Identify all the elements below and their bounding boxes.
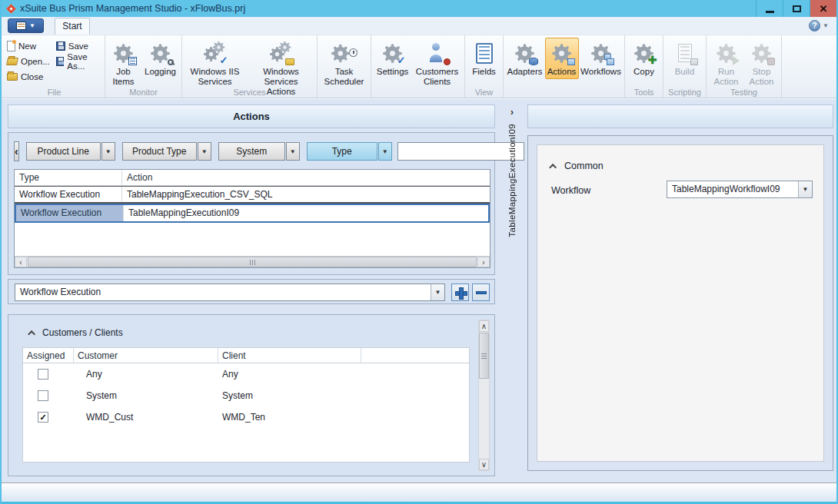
system-button[interactable]: System (218, 142, 285, 161)
fields-button[interactable]: Fields (467, 38, 501, 79)
magnifier-icon (168, 59, 174, 65)
scrollbar-thumb[interactable] (28, 257, 477, 267)
table-row[interactable]: Any Any (23, 363, 469, 385)
minus-icon (476, 291, 487, 294)
filter-back-button[interactable]: ‹ (14, 141, 19, 161)
gear-icon (331, 43, 351, 64)
group-label-services: Services (182, 88, 317, 97)
actions-button[interactable]: Actions (545, 38, 579, 79)
product-line-button[interactable]: Product Line (26, 142, 101, 161)
action-type-combobox[interactable]: Workflow Execution ▼ (15, 284, 445, 301)
windows-iis-services-button[interactable]: ✓ Windows IIS Services (184, 38, 247, 89)
section-title: Customers / Clients (42, 327, 123, 338)
chevron-down-icon: ▼ (105, 148, 111, 155)
table-row[interactable]: Workflow Execution TableMappingExecution… (15, 186, 490, 204)
system-dropdown-button[interactable]: ▼ (286, 142, 300, 161)
application-menu-button[interactable]: ▼ (8, 18, 44, 33)
stop-action-button[interactable]: Stop Action (744, 38, 780, 89)
add-action-button[interactable] (451, 284, 469, 301)
tab-start[interactable]: Start (55, 18, 90, 35)
save-as-button[interactable]: Save As... (55, 55, 103, 68)
job-items-button[interactable]: Job Items (107, 38, 141, 89)
collapsed-panel-strip: › TableMappingExecutionI09 (501, 102, 523, 477)
column-header-type[interactable]: Type (15, 170, 122, 185)
column-header-action[interactable]: Action (122, 170, 490, 185)
plus-icon (455, 287, 466, 298)
assigned-checkbox[interactable] (38, 369, 48, 380)
product-type-button[interactable]: Product Type (122, 142, 197, 161)
type-dropdown-button[interactable]: ▼ (378, 142, 392, 161)
side-tab-tablemappingexecutioni09[interactable]: TableMappingExecutionI09 (507, 124, 517, 237)
scroll-down-button[interactable]: ∨ (479, 459, 489, 470)
workflow-label: Workflow (551, 185, 590, 196)
scrollbar-thumb[interactable] (479, 333, 489, 379)
minimize-icon (766, 11, 774, 13)
cube-icon (607, 58, 614, 65)
column-header-client[interactable]: Client (218, 348, 361, 363)
chevron-down-icon: ▼ (435, 289, 441, 296)
help-button[interactable]: ? (809, 20, 820, 32)
assigned-checkbox[interactable] (38, 390, 48, 401)
type-combo-panel: Workflow Execution ▼ (8, 279, 495, 304)
open-button[interactable]: Open... (5, 55, 52, 68)
vertical-scrollbar[interactable]: ∧ ∨ (478, 320, 490, 471)
person-icon (432, 43, 440, 51)
minimize-button[interactable] (756, 0, 783, 17)
copy-button[interactable]: ✚ Copy (628, 38, 660, 79)
ribbon: New Open... Close Save Save As... File J… (2, 35, 836, 98)
run-action-button[interactable]: Run Action (709, 38, 744, 89)
properties-panel: Common Workflow TableMappingWorkflowI09 … (527, 135, 833, 471)
customers-clients-section-header[interactable]: Customers / Clients (30, 327, 123, 338)
chevron-down-icon[interactable]: ▼ (823, 22, 829, 29)
product-line-dropdown-button[interactable]: ▼ (101, 142, 115, 161)
status-bar (2, 482, 836, 504)
chevron-down-icon: ▼ (201, 148, 208, 155)
cube-icon (690, 58, 698, 65)
table-row[interactable]: System System (23, 385, 469, 406)
application-menu-icon (16, 22, 26, 30)
ribbon-group-view: Fields View (465, 35, 504, 98)
ribbon-group-monitor: Job Items Logging Monitor (105, 35, 182, 98)
product-type-dropdown-button[interactable]: ▼ (198, 142, 211, 161)
remove-action-button[interactable] (472, 284, 490, 301)
new-button[interactable]: New (5, 39, 52, 52)
chevron-right-icon[interactable]: › (510, 107, 514, 118)
logging-button[interactable]: Logging (141, 38, 181, 79)
settings-button[interactable]: ✓ Settings (374, 38, 412, 79)
person-icon (430, 55, 442, 62)
ribbon-group-services: ✓ Windows IIS Services Windows Services … (182, 35, 318, 98)
table-row-selected[interactable]: Workflow Execution TableMappingExecution… (15, 204, 490, 223)
column-header-assigned[interactable]: Assigned (23, 348, 74, 363)
workflow-combobox[interactable]: TableMappingWorkflowI09 ▼ (667, 181, 813, 198)
task-scheduler-button[interactable]: Task Scheduler (321, 38, 368, 89)
common-section-header[interactable]: Common (551, 161, 604, 171)
ribbon-group-scripting: Build Scripting (663, 35, 707, 98)
assigned-checkbox-checked[interactable]: ✓ (38, 412, 48, 423)
chevron-down-icon: ▼ (382, 148, 388, 155)
build-button[interactable]: Build (668, 38, 702, 79)
workflows-button[interactable]: Workflows (579, 38, 624, 79)
customers-clients-panel: Customers / Clients Assigned Customer Cl… (8, 314, 495, 476)
customers-clients-button[interactable]: Customers Clients (412, 38, 463, 89)
close-file-button[interactable]: Close (5, 70, 52, 83)
adapters-button[interactable]: Adapters (505, 38, 545, 79)
scroll-right-button[interactable]: › (477, 257, 490, 267)
type-button[interactable]: Type (307, 142, 377, 161)
filter-system: System ▼ (218, 142, 300, 161)
save-button[interactable]: Save (55, 39, 103, 52)
close-button[interactable]: ✕ (810, 0, 836, 17)
horizontal-scrollbar[interactable]: ‹ › (15, 256, 490, 267)
section-title: Common (564, 161, 604, 171)
table-row[interactable]: ✓ WMD_Cust WMD_Ten (23, 406, 469, 428)
column-header-customer[interactable]: Customer (74, 348, 218, 363)
scroll-left-button[interactable]: ‹ (15, 257, 27, 267)
combo-dropdown-button[interactable]: ▼ (798, 181, 812, 197)
new-page-icon (7, 41, 15, 51)
app-window: xSuite Bus Prism Management Studio - xFl… (0, 0, 838, 504)
combo-dropdown-button[interactable]: ▼ (431, 284, 444, 300)
maximize-button[interactable] (783, 0, 810, 17)
chevron-down-icon: ▼ (803, 186, 809, 193)
group-label-file: File (4, 88, 105, 97)
scroll-up-button[interactable]: ∧ (479, 320, 489, 332)
red-gear-icon (444, 58, 451, 65)
